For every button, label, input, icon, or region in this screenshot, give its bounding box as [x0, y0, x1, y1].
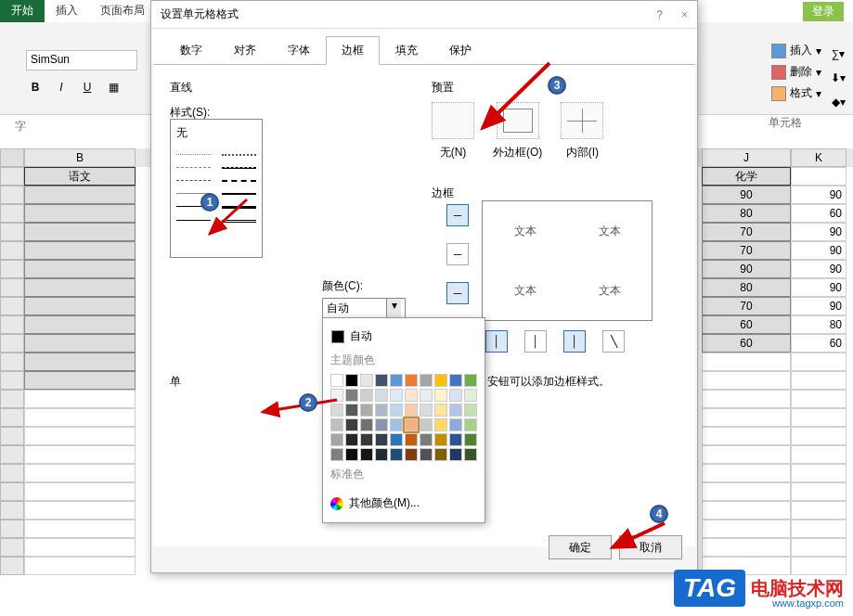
theme-color-swatch[interactable] [464, 418, 477, 431]
border-section-label: 边框 [432, 186, 454, 201]
col-J[interactable]: J [702, 148, 791, 167]
theme-color-swatch[interactable] [390, 418, 403, 431]
line-style-none[interactable]: 无 [174, 123, 258, 143]
theme-color-swatch[interactable] [405, 404, 418, 417]
theme-color-swatch[interactable] [405, 418, 418, 431]
theme-color-swatch[interactable] [434, 433, 447, 446]
theme-color-swatch[interactable] [434, 374, 447, 387]
theme-color-swatch[interactable] [345, 374, 358, 387]
theme-color-swatch[interactable] [375, 448, 388, 461]
theme-color-swatch[interactable] [375, 433, 388, 446]
theme-color-swatch[interactable] [434, 448, 447, 461]
theme-color-swatch[interactable] [464, 404, 477, 417]
theme-color-swatch[interactable] [345, 389, 358, 402]
border-left-button[interactable]: │ [485, 330, 508, 353]
tab-layout[interactable]: 页面布局 [89, 0, 156, 22]
autosum-button[interactable]: ∑▾ [827, 45, 849, 63]
preset-inner[interactable]: 内部(I) [561, 102, 603, 160]
tab-home[interactable]: 开始 [0, 0, 45, 22]
border-preview: 文本 文本 文本 文本 [482, 200, 653, 321]
border-vmid-button[interactable]: │ [524, 330, 547, 353]
bold-button[interactable]: B [26, 78, 45, 96]
tab-font[interactable]: 字体 [272, 36, 326, 65]
theme-color-swatch[interactable] [464, 448, 477, 461]
theme-color-swatch[interactable] [360, 374, 373, 387]
border-hint: 安钮可以添加边框样式。 [487, 374, 610, 390]
login-badge[interactable]: 登录 [803, 2, 844, 21]
theme-color-swatch[interactable] [449, 389, 462, 402]
theme-color-swatch[interactable] [345, 404, 358, 417]
preset-none[interactable]: 无(N) [432, 102, 474, 160]
tab-insert[interactable]: 插入 [45, 0, 89, 22]
tab-number[interactable]: 数字 [164, 36, 218, 65]
theme-color-swatch[interactable] [360, 418, 373, 431]
theme-color-swatch[interactable] [405, 448, 418, 461]
select-all-corner[interactable] [0, 148, 24, 167]
insert-cells[interactable]: 插入▾ [768, 41, 825, 60]
theme-color-swatch[interactable] [420, 448, 433, 461]
theme-color-swatch[interactable] [330, 433, 343, 446]
theme-color-swatch[interactable] [449, 433, 462, 446]
border-right-button[interactable]: │ [563, 330, 586, 353]
theme-color-swatch[interactable] [420, 374, 433, 387]
ok-button[interactable]: 确定 [549, 535, 612, 559]
theme-color-swatch[interactable] [360, 404, 373, 417]
tab-border[interactable]: 边框 [326, 36, 380, 65]
theme-color-swatch[interactable] [375, 374, 388, 387]
theme-color-swatch[interactable] [330, 374, 343, 387]
theme-color-swatch[interactable] [420, 389, 433, 402]
theme-color-swatch[interactable] [434, 418, 447, 431]
theme-color-swatch[interactable] [375, 418, 388, 431]
theme-color-swatch[interactable] [390, 374, 403, 387]
theme-color-swatch[interactable] [390, 433, 403, 446]
theme-color-swatch[interactable] [360, 389, 373, 402]
col-K[interactable]: K [791, 148, 847, 167]
theme-color-swatch[interactable] [405, 389, 418, 402]
theme-color-swatch[interactable] [464, 389, 477, 402]
theme-color-swatch[interactable] [434, 389, 447, 402]
help-button[interactable]: ? [656, 8, 663, 21]
theme-color-swatch[interactable] [449, 404, 462, 417]
theme-color-swatch[interactable] [360, 433, 373, 446]
theme-color-swatch[interactable] [375, 389, 388, 402]
more-colors-option[interactable]: 其他颜色(M)... [329, 490, 479, 517]
clear-button[interactable]: ◆▾ [827, 93, 849, 111]
border-top-button[interactable]: ─ [446, 204, 469, 226]
italic-button[interactable]: I [52, 78, 71, 96]
theme-color-swatch[interactable] [420, 418, 433, 431]
theme-color-swatch[interactable] [464, 374, 477, 387]
theme-color-swatch[interactable] [390, 404, 403, 417]
border-button[interactable]: ▦ [104, 78, 123, 96]
fill-button[interactable]: ⬇▾ [827, 69, 849, 87]
theme-color-swatch[interactable] [420, 433, 433, 446]
theme-color-swatch[interactable] [360, 448, 373, 461]
delete-cells[interactable]: 删除▾ [768, 62, 825, 82]
col-B[interactable]: B [24, 148, 136, 167]
border-bottom-button[interactable]: ─ [446, 282, 469, 304]
format-cells[interactable]: 格式▾ [768, 83, 825, 103]
theme-color-swatch[interactable] [464, 433, 477, 446]
theme-color-swatch[interactable] [390, 389, 403, 402]
theme-color-swatch[interactable] [345, 433, 358, 446]
theme-color-swatch[interactable] [390, 448, 403, 461]
theme-color-swatch[interactable] [449, 418, 462, 431]
close-button[interactable]: × [681, 8, 688, 21]
theme-color-swatch[interactable] [434, 404, 447, 417]
theme-color-swatch[interactable] [330, 448, 343, 461]
theme-color-swatch[interactable] [345, 448, 358, 461]
border-hmid-button[interactable]: ─ [446, 243, 469, 265]
tab-align[interactable]: 对齐 [218, 36, 272, 65]
tab-fill[interactable]: 填充 [380, 36, 433, 65]
theme-color-swatch[interactable] [345, 418, 358, 431]
theme-color-swatch[interactable] [405, 374, 418, 387]
theme-color-swatch[interactable] [420, 404, 433, 417]
theme-color-swatch[interactable] [449, 448, 462, 461]
color-auto-option[interactable]: 自动 [329, 324, 479, 349]
underline-button[interactable]: U [78, 78, 97, 96]
theme-color-swatch[interactable] [405, 433, 418, 446]
font-name-select[interactable]: SimSun [26, 50, 137, 71]
theme-color-swatch[interactable] [375, 404, 388, 417]
color-select[interactable]: 自动▾ [322, 298, 406, 318]
theme-color-swatch[interactable] [449, 374, 462, 387]
border-diag2-button[interactable]: ╲ [602, 330, 625, 353]
